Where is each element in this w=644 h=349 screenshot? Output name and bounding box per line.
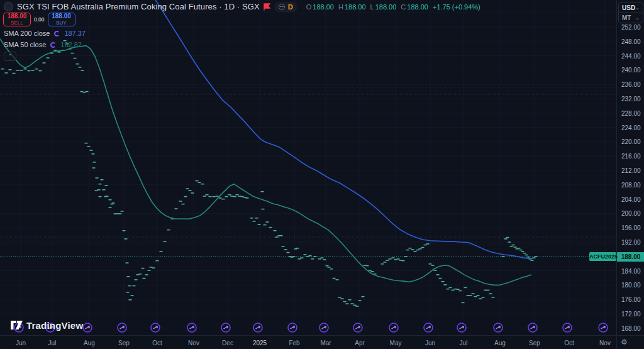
price-axis-label: 204.00 bbox=[621, 196, 641, 203]
price-axis-label: 220.00 bbox=[621, 138, 641, 145]
time-axis-label: Jun bbox=[425, 340, 435, 346]
time-axis[interactable]: JunJulAugSepOctNovDec2025FebMarAprMayJun… bbox=[0, 335, 616, 349]
change-value: +1.75 (+0.94%) bbox=[433, 3, 480, 11]
price-axis-label: 180.00 bbox=[621, 282, 641, 289]
ohlc-item: C188.00 bbox=[401, 3, 428, 11]
price-axis-label: 196.00 bbox=[621, 224, 641, 231]
rollover-icon[interactable] bbox=[319, 323, 328, 332]
trade-panel: 188.00 SELL 0.00 188.00 BUY bbox=[3, 13, 75, 26]
sell-button[interactable]: 188.00 SELL bbox=[3, 13, 31, 26]
chart-area[interactable]: ACFU2025 TradingView bbox=[0, 0, 616, 335]
spread-value: 0.00 bbox=[32, 15, 47, 24]
tradingview-logo-icon bbox=[10, 319, 23, 331]
rollover-icon[interactable] bbox=[221, 323, 230, 332]
rollover-icon[interactable] bbox=[353, 323, 362, 332]
time-axis-label: Nov bbox=[188, 340, 199, 346]
interval-pill[interactable]: D bbox=[274, 2, 297, 12]
chart-canvas bbox=[0, 0, 616, 335]
chart-legend: SGX TSI FOB Australia Premium Coking Coa… bbox=[4, 1, 480, 12]
sell-label: SELL bbox=[11, 21, 23, 26]
rollover-icon[interactable] bbox=[389, 323, 398, 332]
indicator-value: 187.37 bbox=[64, 30, 86, 37]
collapse-indicators-button[interactable]: ⌃ bbox=[4, 52, 16, 61]
axis-corner: ⚙ bbox=[616, 335, 644, 349]
symbol-logo-icon bbox=[4, 2, 13, 11]
tradingview-logo-text: TradingView bbox=[26, 320, 83, 331]
time-axis-label: Apr bbox=[355, 340, 365, 346]
ohlc-values: O188.00H188.00L188.00C188.00+1.75 (+0.94… bbox=[306, 3, 480, 11]
loading-spinner-icon bbox=[54, 31, 60, 36]
price-axis-label: 232.00 bbox=[621, 96, 641, 102]
time-axis-label: Nov bbox=[599, 340, 611, 346]
symbol-title[interactable]: SGX TSI FOB Australia Premium Coking Coa… bbox=[17, 2, 260, 11]
time-axis-label: Aug bbox=[84, 340, 95, 346]
sma-line[interactable] bbox=[0, 39, 531, 285]
price-axis-label: 208.00 bbox=[621, 182, 641, 189]
time-axis-label: Oct bbox=[564, 340, 574, 346]
price-axis-label: 176.00 bbox=[621, 296, 641, 303]
ohlc-item: H188.00 bbox=[338, 3, 366, 11]
time-axis-label: May bbox=[390, 340, 402, 346]
time-axis-label: Feb bbox=[289, 340, 299, 346]
time-axis-label: Jun bbox=[16, 340, 26, 346]
time-axis-label: Oct bbox=[152, 340, 162, 346]
gear-icon[interactable]: ⚙ bbox=[621, 338, 628, 346]
rollover-icon[interactable] bbox=[563, 323, 572, 332]
tradingview-logo[interactable]: TradingView bbox=[10, 319, 83, 331]
loading-spinner-icon bbox=[50, 42, 56, 48]
time-axis-label: Sep bbox=[118, 340, 130, 346]
currency-value: USD bbox=[622, 4, 635, 11]
time-axis-label: Jul bbox=[48, 340, 57, 346]
sma-line[interactable] bbox=[155, 0, 533, 258]
price-axis[interactable]: USD ⌄ MT ⌄ 252.00248.00244.00240.00236.0… bbox=[616, 0, 644, 335]
indicator-name: SMA 200 close bbox=[4, 30, 50, 37]
time-axis-label: 2025 bbox=[253, 340, 267, 346]
indicator-value: 182.82 bbox=[60, 41, 82, 48]
price-axis-label: 184.00 bbox=[621, 268, 641, 275]
time-axis-label: Mar bbox=[320, 340, 331, 346]
flag-icon[interactable] bbox=[264, 3, 270, 11]
buy-label: BUY bbox=[56, 21, 66, 26]
rollover-icon[interactable] bbox=[457, 323, 466, 332]
rollover-icon[interactable] bbox=[187, 323, 196, 332]
rollover-icon[interactable] bbox=[599, 323, 608, 332]
indicator-row-sma200[interactable]: SMA 200 close 187.37 bbox=[4, 28, 86, 38]
price-axis-label: 200.00 bbox=[621, 210, 641, 217]
rollover-icon[interactable] bbox=[528, 323, 537, 332]
buy-button[interactable]: 188.00 BUY bbox=[48, 13, 75, 26]
indicator-legend: SMA 200 close 187.37 SMA 50 close 182.82… bbox=[4, 28, 86, 61]
minus-circle-icon bbox=[279, 4, 285, 10]
contract-price-tag: ACFU2025 bbox=[589, 252, 616, 261]
rollover-icon[interactable] bbox=[494, 323, 502, 332]
chevron-down-icon: ⌄ bbox=[635, 16, 640, 20]
unit-select[interactable]: MT ⌄ bbox=[619, 13, 643, 23]
time-axis-label: Dec bbox=[222, 340, 233, 346]
time-axis-label: Sep bbox=[529, 340, 540, 346]
price-axis-label: 172.00 bbox=[621, 311, 641, 318]
price-axis-label: 228.00 bbox=[621, 110, 641, 117]
sell-price: 188.00 bbox=[8, 13, 27, 19]
price-axis-label: 192.00 bbox=[621, 239, 641, 246]
price-axis-label: 224.00 bbox=[621, 125, 641, 131]
rollover-icon[interactable] bbox=[253, 323, 262, 332]
ohlc-item: L188.00 bbox=[370, 3, 397, 11]
indicator-name: SMA 50 close bbox=[4, 41, 46, 48]
time-axis-label: Aug bbox=[494, 340, 506, 346]
rollover-icon[interactable] bbox=[83, 323, 92, 332]
price-axis-label: 216.00 bbox=[621, 153, 641, 160]
price-axis-label: 236.00 bbox=[621, 81, 641, 88]
currency-select[interactable]: USD ⌄ bbox=[619, 3, 643, 13]
symbol-title-row[interactable]: SGX TSI FOB Australia Premium Coking Coa… bbox=[4, 1, 480, 12]
price-axis-label: 212.00 bbox=[621, 167, 641, 174]
unit-selector: USD ⌄ MT ⌄ bbox=[618, 3, 643, 23]
ohlc-item: O188.00 bbox=[306, 3, 334, 11]
time-axis-label: Jul bbox=[460, 340, 468, 346]
rollover-icon[interactable] bbox=[288, 323, 297, 332]
rollover-icon[interactable] bbox=[118, 323, 126, 332]
rollover-icon[interactable] bbox=[424, 323, 433, 332]
interval-badge: D bbox=[288, 3, 293, 11]
buy-price: 188.00 bbox=[52, 13, 71, 19]
chevron-down-icon: ⌄ bbox=[635, 6, 640, 10]
indicator-row-sma50[interactable]: SMA 50 close 182.82 bbox=[4, 40, 86, 50]
rollover-icon[interactable] bbox=[151, 323, 160, 332]
